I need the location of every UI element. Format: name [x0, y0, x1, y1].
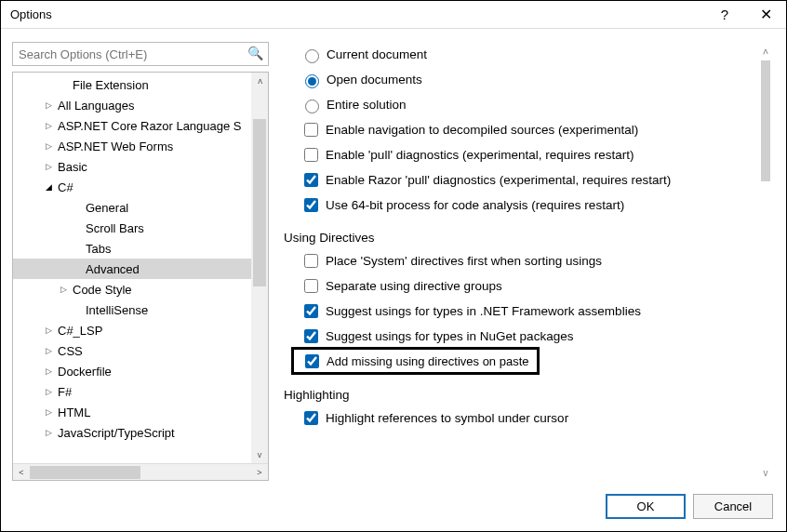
checkbox-input[interactable] — [304, 279, 318, 293]
highlighted-option: Add missing using directives on paste — [291, 347, 540, 375]
scroll-up-icon[interactable]: ʌ — [251, 73, 268, 89]
radio-input[interactable] — [305, 49, 319, 63]
checkbox-label: Use 64-bit process for code analysis (re… — [326, 198, 624, 212]
tree-item-label: General — [86, 201, 128, 215]
check-add-missing-usings-on-paste[interactable] — [305, 354, 319, 368]
tree-horizontal-scrollbar[interactable]: < > — [13, 463, 268, 480]
tree-item-label: HTML — [58, 406, 90, 419]
tree-item[interactable]: ▷ASP.NET Core Razor Language S — [13, 115, 268, 136]
radio-open-documents[interactable]: Open documents — [280, 67, 753, 92]
tree-item-label: F# — [58, 385, 72, 399]
tree-item[interactable]: ▷ASP.NET Web Forms — [13, 136, 268, 156]
radio-current-document[interactable]: Current document — [280, 42, 753, 67]
radio-label: Current document — [327, 47, 427, 61]
options-dialog: Options ? ✕ 🔍 File Extension▷All Languag… — [0, 0, 787, 532]
tree-item[interactable]: ▷C#_LSP — [13, 320, 268, 340]
caret-closed-icon[interactable]: ▷ — [58, 285, 69, 294]
caret-closed-icon[interactable]: ▷ — [43, 407, 54, 417]
tree-item[interactable]: ▷CSS — [13, 340, 268, 361]
caret-closed-icon[interactable]: ▷ — [43, 387, 54, 396]
tree-item[interactable]: ▷F# — [13, 381, 268, 402]
tree-view: File Extension▷All Languages▷ASP.NET Cor… — [12, 72, 269, 481]
tree-item[interactable]: ▷Code Style — [13, 279, 268, 299]
tree-item-label: Dockerfile — [58, 365, 112, 379]
checkbox-input[interactable] — [304, 148, 318, 162]
close-icon[interactable]: ✕ — [745, 1, 786, 29]
tree-item[interactable]: IntelliSense — [13, 299, 268, 320]
tree-item[interactable]: ▷JavaScript/TypeScript — [13, 422, 268, 443]
tree-item[interactable]: Advanced — [13, 259, 268, 279]
check-highlight-references[interactable]: Highlight references to symbol under cur… — [280, 406, 753, 431]
tree-item-label: Code Style — [73, 283, 132, 297]
tree-list[interactable]: File Extension▷All Languages▷ASP.NET Cor… — [13, 73, 268, 463]
search-input[interactable] — [12, 42, 269, 66]
check-place-system-first[interactable]: Place 'System' directives first when sor… — [280, 248, 753, 273]
radio-entire-solution[interactable]: Entire solution — [280, 92, 753, 117]
checkbox-input[interactable] — [304, 173, 318, 187]
checkbox-input[interactable] — [304, 304, 318, 318]
checkbox-label: Suggest usings for types in NuGet packag… — [326, 329, 573, 343]
checkbox-input[interactable] — [304, 329, 318, 343]
right-scroll-thumb[interactable] — [761, 60, 770, 181]
right-vertical-scrollbar[interactable]: ʌ v — [756, 42, 775, 481]
tree-vertical-scrollbar[interactable]: ʌ v — [251, 73, 268, 463]
checkbox-input[interactable] — [304, 254, 318, 268]
tree-item[interactable]: ◢C# — [13, 177, 268, 197]
checkbox-label: Add missing using directives on paste — [327, 354, 529, 368]
tree-item[interactable]: File Extension — [13, 74, 268, 95]
section-highlighting: Highlighting — [280, 388, 753, 402]
caret-closed-icon[interactable]: ▷ — [43, 366, 54, 376]
checkbox-label: Place 'System' directives first when sor… — [326, 254, 602, 268]
tree-item-label: Advanced — [86, 262, 140, 276]
ok-button[interactable]: OK — [606, 494, 686, 519]
left-panel: 🔍 File Extension▷All Languages▷ASP.NET C… — [12, 42, 269, 481]
search-icon[interactable]: 🔍 — [247, 46, 263, 60]
checkbox-input[interactable] — [304, 123, 318, 137]
tree-hscroll-thumb[interactable] — [30, 466, 140, 479]
tree-item[interactable]: ▷Basic — [13, 156, 268, 177]
caret-closed-icon[interactable]: ▷ — [43, 121, 54, 130]
radio-input[interactable] — [305, 74, 319, 88]
caret-open-icon[interactable]: ◢ — [43, 182, 54, 192]
check-separate-using-groups[interactable]: Separate using directive groups — [280, 273, 753, 299]
checkbox-label: Separate using directive groups — [326, 279, 502, 293]
check-enable-pull-diagnostics[interactable]: Enable 'pull' diagnostics (experimental,… — [280, 142, 753, 167]
scroll-up-icon[interactable]: ʌ — [757, 42, 774, 59]
cancel-button[interactable]: Cancel — [693, 494, 773, 519]
tree-item[interactable]: General — [13, 197, 268, 218]
scroll-down-icon[interactable]: v — [757, 464, 774, 481]
tree-item[interactable]: Tabs — [13, 238, 268, 259]
tree-vscroll-track[interactable] — [251, 89, 268, 446]
tree-item-label: IntelliSense — [86, 303, 148, 317]
check-enable-razor-pull-diagnostics[interactable]: Enable Razor 'pull' diagnostics (experim… — [280, 167, 753, 193]
caret-closed-icon[interactable]: ▷ — [43, 141, 54, 151]
tree-item-label: File Extension — [73, 78, 149, 92]
tree-item-label: C# — [58, 180, 73, 194]
tree-item[interactable]: Scroll Bars — [13, 218, 268, 238]
help-icon[interactable]: ? — [704, 1, 745, 29]
check-enable-navigation-decompiled[interactable]: Enable navigation to decompiled sources … — [280, 117, 753, 142]
radio-input[interactable] — [305, 100, 319, 113]
scroll-right-icon[interactable]: > — [251, 464, 268, 481]
caret-closed-icon[interactable]: ▷ — [43, 162, 54, 171]
caret-closed-icon[interactable]: ▷ — [43, 346, 54, 355]
check-64bit-process[interactable]: Use 64-bit process for code analysis (re… — [280, 193, 753, 218]
checkbox-input[interactable] — [304, 411, 318, 425]
tree-item[interactable]: ▷All Languages — [13, 95, 268, 115]
caret-closed-icon[interactable]: ▷ — [43, 428, 54, 437]
scroll-down-icon[interactable]: v — [251, 446, 268, 463]
right-scroll-track[interactable] — [761, 59, 770, 464]
tree-item-label: ASP.NET Core Razor Language S — [58, 119, 242, 133]
caret-closed-icon[interactable]: ▷ — [43, 326, 54, 335]
check-suggest-usings-nuget[interactable]: Suggest usings for types in NuGet packag… — [280, 324, 753, 349]
tree-item-label: Basic — [58, 160, 87, 174]
tree-hscroll-track[interactable] — [30, 464, 251, 481]
caret-closed-icon[interactable]: ▷ — [43, 100, 54, 110]
tree-item[interactable]: ▷Dockerfile — [13, 361, 268, 381]
checkbox-input[interactable] — [304, 198, 318, 212]
check-suggest-usings-framework[interactable]: Suggest usings for types in .NET Framewo… — [280, 299, 753, 324]
scroll-left-icon[interactable]: < — [13, 464, 30, 481]
checkbox-label: Highlight references to symbol under cur… — [326, 411, 568, 425]
tree-vscroll-thumb[interactable] — [253, 119, 266, 286]
tree-item[interactable]: ▷HTML — [13, 402, 268, 422]
